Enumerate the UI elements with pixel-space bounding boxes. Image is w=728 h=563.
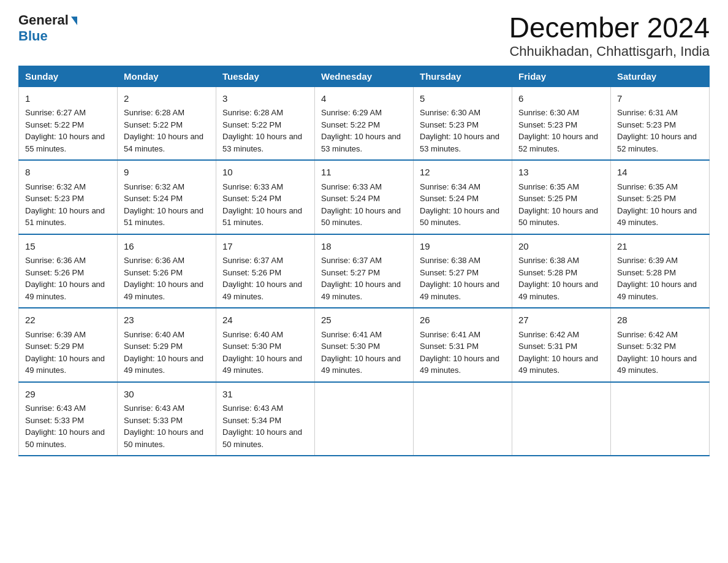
day-number: 10 xyxy=(222,166,308,180)
day-cell xyxy=(315,382,414,456)
logo-arrow-icon xyxy=(71,17,77,25)
day-cell: 22Sunrise: 6:39 AMSunset: 5:29 PMDayligh… xyxy=(19,308,118,382)
day-info: Sunrise: 6:38 AMSunset: 5:27 PMDaylight:… xyxy=(420,256,499,301)
day-cell: 18Sunrise: 6:37 AMSunset: 5:27 PMDayligh… xyxy=(315,234,414,308)
day-cell: 21Sunrise: 6:39 AMSunset: 5:28 PMDayligh… xyxy=(611,234,710,308)
day-info: Sunrise: 6:39 AMSunset: 5:28 PMDaylight:… xyxy=(617,256,697,301)
day-info: Sunrise: 6:41 AMSunset: 5:31 PMDaylight:… xyxy=(420,330,499,375)
day-info: Sunrise: 6:43 AMSunset: 5:34 PMDaylight:… xyxy=(222,404,302,449)
day-info: Sunrise: 6:36 AMSunset: 5:26 PMDaylight:… xyxy=(124,256,203,301)
day-info: Sunrise: 6:29 AMSunset: 5:22 PMDaylight:… xyxy=(321,108,401,153)
day-number: 14 xyxy=(617,166,703,180)
day-cell xyxy=(414,382,512,456)
day-number: 18 xyxy=(321,240,407,254)
day-number: 23 xyxy=(124,313,210,327)
day-header-thursday: Thursday xyxy=(414,66,512,86)
day-info: Sunrise: 6:43 AMSunset: 5:33 PMDaylight:… xyxy=(124,404,203,449)
day-number: 28 xyxy=(617,313,703,327)
week-row-4: 22Sunrise: 6:39 AMSunset: 5:29 PMDayligh… xyxy=(19,308,710,382)
day-number: 8 xyxy=(25,166,111,180)
day-info: Sunrise: 6:30 AMSunset: 5:23 PMDaylight:… xyxy=(518,108,598,153)
logo-blue: Blue xyxy=(18,28,48,44)
day-cell: 26Sunrise: 6:41 AMSunset: 5:31 PMDayligh… xyxy=(414,308,512,382)
day-info: Sunrise: 6:34 AMSunset: 5:24 PMDaylight:… xyxy=(420,182,499,228)
day-number: 24 xyxy=(222,313,308,327)
day-number: 29 xyxy=(25,388,111,402)
day-info: Sunrise: 6:35 AMSunset: 5:25 PMDaylight:… xyxy=(617,182,697,228)
day-number: 13 xyxy=(518,166,604,180)
day-number: 15 xyxy=(25,240,111,254)
day-header-friday: Friday xyxy=(512,66,611,86)
day-info: Sunrise: 6:42 AMSunset: 5:32 PMDaylight:… xyxy=(617,330,697,375)
day-cell: 23Sunrise: 6:40 AMSunset: 5:29 PMDayligh… xyxy=(118,308,216,382)
day-info: Sunrise: 6:28 AMSunset: 5:22 PMDaylight:… xyxy=(222,108,302,153)
calendar-subtitle: Chhuikhadan, Chhattisgarh, India xyxy=(509,44,710,59)
day-info: Sunrise: 6:39 AMSunset: 5:29 PMDaylight:… xyxy=(25,330,105,375)
day-info: Sunrise: 6:31 AMSunset: 5:23 PMDaylight:… xyxy=(617,108,697,153)
day-cell: 14Sunrise: 6:35 AMSunset: 5:25 PMDayligh… xyxy=(611,160,710,234)
day-info: Sunrise: 6:35 AMSunset: 5:25 PMDaylight:… xyxy=(518,182,598,228)
day-cell: 17Sunrise: 6:37 AMSunset: 5:26 PMDayligh… xyxy=(216,234,315,308)
day-cell: 13Sunrise: 6:35 AMSunset: 5:25 PMDayligh… xyxy=(512,160,611,234)
day-info: Sunrise: 6:37 AMSunset: 5:27 PMDaylight:… xyxy=(321,256,401,301)
day-cell: 19Sunrise: 6:38 AMSunset: 5:27 PMDayligh… xyxy=(414,234,512,308)
day-number: 7 xyxy=(617,92,703,106)
day-cell: 2Sunrise: 6:28 AMSunset: 5:22 PMDaylight… xyxy=(118,86,216,160)
day-info: Sunrise: 6:33 AMSunset: 5:24 PMDaylight:… xyxy=(321,182,401,228)
day-cell: 15Sunrise: 6:36 AMSunset: 5:26 PMDayligh… xyxy=(19,234,118,308)
page-header: General Blue December 2024 Chhuikhadan, … xyxy=(18,12,710,59)
logo: General Blue xyxy=(18,12,77,44)
day-header-sunday: Sunday xyxy=(19,66,118,86)
day-info: Sunrise: 6:42 AMSunset: 5:31 PMDaylight:… xyxy=(518,330,598,375)
day-info: Sunrise: 6:38 AMSunset: 5:28 PMDaylight:… xyxy=(518,256,598,301)
day-cell: 4Sunrise: 6:29 AMSunset: 5:22 PMDaylight… xyxy=(315,86,414,160)
calendar-table: SundayMondayTuesdayWednesdayThursdayFrid… xyxy=(18,66,710,457)
logo-general: General xyxy=(18,12,69,28)
day-info: Sunrise: 6:40 AMSunset: 5:29 PMDaylight:… xyxy=(124,330,203,375)
day-info: Sunrise: 6:41 AMSunset: 5:30 PMDaylight:… xyxy=(321,330,401,375)
day-info: Sunrise: 6:32 AMSunset: 5:23 PMDaylight:… xyxy=(25,182,105,228)
day-cell: 25Sunrise: 6:41 AMSunset: 5:30 PMDayligh… xyxy=(315,308,414,382)
day-cell: 12Sunrise: 6:34 AMSunset: 5:24 PMDayligh… xyxy=(414,160,512,234)
day-number: 2 xyxy=(124,92,210,106)
day-cell: 27Sunrise: 6:42 AMSunset: 5:31 PMDayligh… xyxy=(512,308,611,382)
day-info: Sunrise: 6:27 AMSunset: 5:22 PMDaylight:… xyxy=(25,108,105,153)
day-number: 6 xyxy=(518,92,604,106)
day-number: 30 xyxy=(124,388,210,402)
day-cell: 11Sunrise: 6:33 AMSunset: 5:24 PMDayligh… xyxy=(315,160,414,234)
day-info: Sunrise: 6:32 AMSunset: 5:24 PMDaylight:… xyxy=(124,182,203,228)
day-number: 5 xyxy=(420,92,506,106)
day-header-monday: Monday xyxy=(118,66,216,86)
day-header-tuesday: Tuesday xyxy=(216,66,315,86)
day-cell: 30Sunrise: 6:43 AMSunset: 5:33 PMDayligh… xyxy=(118,382,216,456)
day-number: 25 xyxy=(321,313,407,327)
day-header-wednesday: Wednesday xyxy=(315,66,414,86)
day-cell: 24Sunrise: 6:40 AMSunset: 5:30 PMDayligh… xyxy=(216,308,315,382)
day-number: 22 xyxy=(25,313,111,327)
day-cell: 7Sunrise: 6:31 AMSunset: 5:23 PMDaylight… xyxy=(611,86,710,160)
day-number: 4 xyxy=(321,92,407,106)
day-number: 17 xyxy=(222,240,308,254)
day-cell: 5Sunrise: 6:30 AMSunset: 5:23 PMDaylight… xyxy=(414,86,512,160)
day-number: 31 xyxy=(222,388,308,402)
day-cell xyxy=(611,382,710,456)
day-cell: 8Sunrise: 6:32 AMSunset: 5:23 PMDaylight… xyxy=(19,160,118,234)
logo-text: General xyxy=(18,12,77,28)
day-info: Sunrise: 6:37 AMSunset: 5:26 PMDaylight:… xyxy=(222,256,302,301)
day-cell: 20Sunrise: 6:38 AMSunset: 5:28 PMDayligh… xyxy=(512,234,611,308)
day-number: 11 xyxy=(321,166,407,180)
day-number: 1 xyxy=(25,92,111,106)
day-number: 3 xyxy=(222,92,308,106)
week-row-5: 29Sunrise: 6:43 AMSunset: 5:33 PMDayligh… xyxy=(19,382,710,456)
week-row-3: 15Sunrise: 6:36 AMSunset: 5:26 PMDayligh… xyxy=(19,234,710,308)
day-info: Sunrise: 6:40 AMSunset: 5:30 PMDaylight:… xyxy=(222,330,302,375)
day-cell: 28Sunrise: 6:42 AMSunset: 5:32 PMDayligh… xyxy=(611,308,710,382)
title-area: December 2024 Chhuikhadan, Chhattisgarh,… xyxy=(509,12,710,59)
day-cell xyxy=(512,382,611,456)
week-row-2: 8Sunrise: 6:32 AMSunset: 5:23 PMDaylight… xyxy=(19,160,710,234)
header-row: SundayMondayTuesdayWednesdayThursdayFrid… xyxy=(19,66,710,86)
week-row-1: 1Sunrise: 6:27 AMSunset: 5:22 PMDaylight… xyxy=(19,86,710,160)
day-info: Sunrise: 6:28 AMSunset: 5:22 PMDaylight:… xyxy=(124,108,203,153)
day-info: Sunrise: 6:33 AMSunset: 5:24 PMDaylight:… xyxy=(222,182,302,228)
day-number: 19 xyxy=(420,240,506,254)
